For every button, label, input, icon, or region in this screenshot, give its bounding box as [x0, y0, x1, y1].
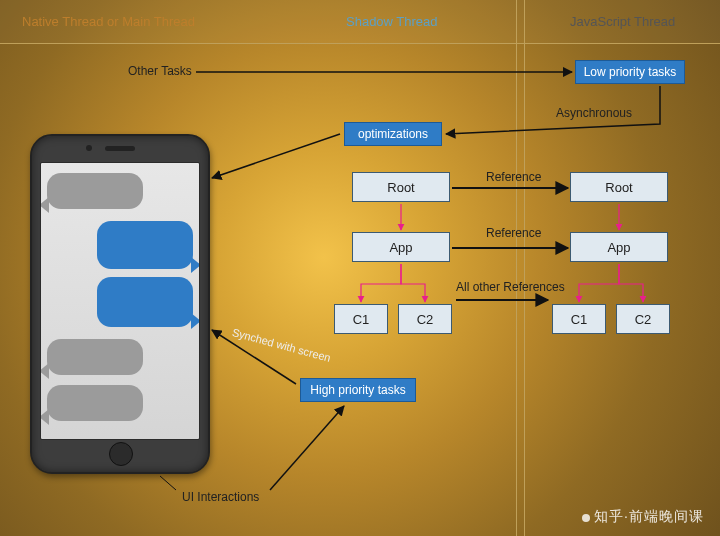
- column-header-native: Native Thread or Main Thread: [22, 14, 195, 29]
- chat-bubble-blue: [97, 221, 193, 269]
- node-shadow-c1: C1: [334, 304, 388, 334]
- box-high-priority-tasks: High priority tasks: [300, 378, 416, 402]
- chat-bubble-gray: [47, 339, 143, 375]
- watermark-text: 知乎·前端晚间课: [594, 508, 704, 524]
- node-js-root: Root: [570, 172, 668, 202]
- column-header-js: JavaScript Thread: [570, 14, 675, 29]
- node-shadow-c2: C2: [398, 304, 452, 334]
- phone-screen: [40, 162, 200, 440]
- label-reference-app: Reference: [486, 226, 541, 240]
- chat-tail-left: [40, 363, 49, 379]
- phone-home-button: [109, 442, 133, 466]
- label-reference-root: Reference: [486, 170, 541, 184]
- node-js-c1: C1: [552, 304, 606, 334]
- label-asynchronous: Asynchronous: [556, 106, 632, 120]
- phone-camera-dot: [86, 145, 92, 151]
- node-js-app: App: [570, 232, 668, 262]
- watermark: 知乎·前端晚间课: [582, 508, 704, 526]
- label-other-tasks: Other Tasks: [128, 64, 192, 78]
- label-all-other-references: All other References: [456, 280, 565, 294]
- chat-bubble-gray: [47, 173, 143, 209]
- node-js-c2: C2: [616, 304, 670, 334]
- phone-device: [30, 134, 210, 474]
- column-divider-1: [516, 0, 517, 536]
- box-low-priority-tasks: Low priority tasks: [575, 60, 685, 84]
- header-underline: [0, 43, 720, 44]
- chat-tail-right: [191, 257, 200, 273]
- box-optimizations: optimizations: [344, 122, 442, 146]
- column-divider-2: [524, 0, 525, 536]
- node-shadow-root: Root: [352, 172, 450, 202]
- chat-tail-right: [191, 313, 200, 329]
- column-header-shadow: Shadow Thread: [346, 14, 438, 29]
- chat-tail-left: [40, 409, 49, 425]
- chat-bubble-gray: [47, 385, 143, 421]
- diagram-stage: Native Thread or Main Thread Shadow Thre…: [0, 0, 720, 536]
- chat-bubble-blue: [97, 277, 193, 327]
- chat-tail-left: [40, 197, 49, 213]
- node-shadow-app: App: [352, 232, 450, 262]
- label-ui-interactions: UI Interactions: [182, 490, 259, 504]
- phone-earpiece: [105, 146, 135, 151]
